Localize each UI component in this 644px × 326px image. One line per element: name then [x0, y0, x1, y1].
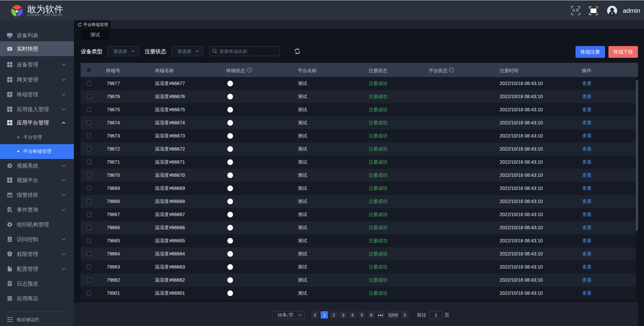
svg-text:?: ? [248, 68, 250, 72]
svg-text:?: ? [451, 68, 452, 72]
